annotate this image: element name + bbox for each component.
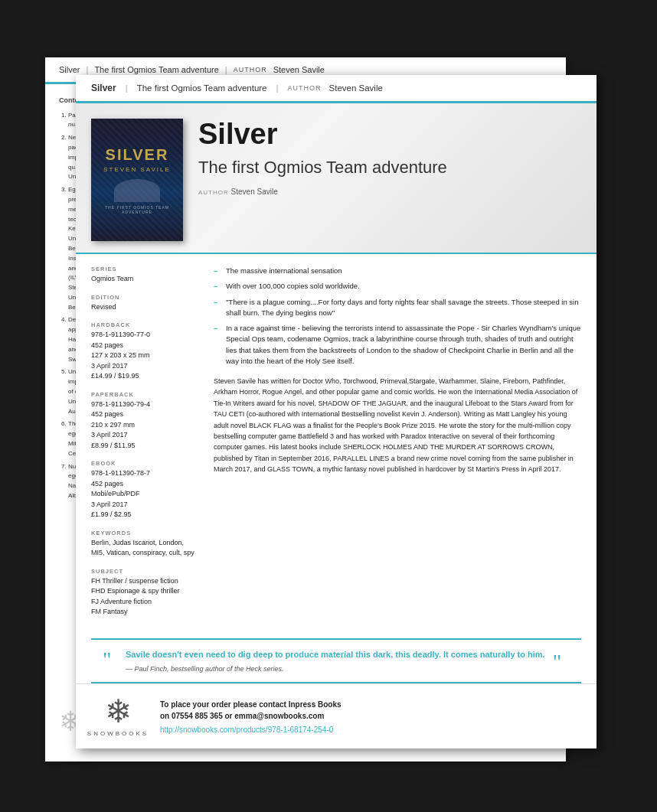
snowbooks-label: SNOWBOOKS xyxy=(87,730,149,737)
hardback-isbn: 978-1-911390-77-0 xyxy=(91,330,198,341)
footer-contact: To place your order please contact Inpre… xyxy=(160,699,581,722)
bullet-dash-1: – xyxy=(214,266,221,276)
ebook-price: £1.99 / $2.95 xyxy=(91,510,198,520)
cover-subtitle: THE FIRST OGMIOS TEAM ADVENTURE xyxy=(91,205,183,214)
bullet-dash-2: – xyxy=(214,281,221,292)
paperback-date: 3 April 2017 xyxy=(91,430,198,441)
cover-title: SILVER xyxy=(106,146,169,163)
main-content: Series Ogmios Team Edition Revised Hardb… xyxy=(76,254,597,638)
subject-section: Subject FH Thriller / suspense fiction F… xyxy=(91,568,198,618)
header-author-label: Author xyxy=(288,84,322,92)
hardback-price: £14.99 / $19.95 xyxy=(91,371,198,382)
back-header-title: Silver xyxy=(59,65,80,74)
quote-mark-right: " xyxy=(553,651,568,673)
edition-section: Edition Revised xyxy=(91,294,198,313)
paperback-section: Paperback 978-1-911390-79-4 452 pages 21… xyxy=(91,391,198,452)
back-header-pipe1: | xyxy=(87,65,89,74)
page-wrapper: Silver | The first Ogmios Team adventure… xyxy=(53,64,604,748)
cover-dome xyxy=(114,179,160,202)
series-value: Ogmios Team xyxy=(91,274,198,285)
footer-url[interactable]: http://snowbooks.com/products/978-1-6817… xyxy=(160,726,581,734)
hero-author-name: Steven Savile xyxy=(231,188,278,196)
bullet-item-4: – In a race against time - believing the… xyxy=(214,323,581,367)
keywords-section: Keywords Berlin, Judas Iscariot, London,… xyxy=(91,530,198,559)
back-header-subtitle: The first Ogmios Team adventure xyxy=(94,65,218,74)
paperback-pages: 452 pages xyxy=(91,409,198,420)
hardback-label: Hardback xyxy=(91,321,198,328)
ebook-isbn: 978-1-911390-78-7 xyxy=(91,468,198,479)
quote-mark-left: " xyxy=(103,649,118,670)
subject-value-3: FJ Adventure fiction xyxy=(91,597,198,608)
bullet-item-2: – With over 100,000 copies sold worldwid… xyxy=(214,281,581,292)
header-title: Silver xyxy=(91,83,116,93)
quote-attribution: — Paul Finch, bestselling author of the … xyxy=(126,665,545,673)
book-cover: SILVER STEVEN SAVILE THE FIRST OGMIOS TE… xyxy=(91,119,183,241)
paperback-size: 210 x 297 mm xyxy=(91,420,198,431)
bullet-item-3: – "There is a plague coming....For forty… xyxy=(214,297,581,319)
book-subtitle: The first Ogmios Team adventure xyxy=(198,157,581,179)
back-header-pipe2: | xyxy=(225,65,227,74)
header-subtitle: The first Ogmios Team adventure xyxy=(137,83,267,93)
bullet-text-2: With over 100,000 copies sold worldwide. xyxy=(226,281,360,292)
hardback-section: Hardback 978-1-911390-77-0 452 pages 127… xyxy=(91,321,198,382)
paperback-isbn: 978-1-911390-79-4 xyxy=(91,399,198,410)
bullet-text-3: "There is a plague coming....For forty d… xyxy=(226,297,581,319)
body-text: Steven Savile has written for Doctor Who… xyxy=(214,376,581,475)
front-page: Silver | The first Ogmios Team adventure… xyxy=(76,75,597,748)
header-pipe1: | xyxy=(126,83,128,93)
bullet-dash-3: – xyxy=(214,297,221,319)
subject-value-2: FHD Espionage & spy thriller xyxy=(91,586,198,597)
footer-contact-line1: To place your order please contact Inpre… xyxy=(160,700,342,709)
ebook-label: Ebook xyxy=(91,460,198,467)
subject-value-4: FM Fantasy xyxy=(91,607,198,618)
bullet-text-4: In a race against time - believing the t… xyxy=(226,323,581,367)
subject-label: Subject xyxy=(91,568,198,575)
quote-content: Savile doesn't even need to dig deep to … xyxy=(126,649,545,673)
keywords-value: Berlin, Judas Iscariot, London, MI5, Vat… xyxy=(91,538,198,559)
ebook-date: 3 April 2017 xyxy=(91,500,198,510)
series-label: Series xyxy=(91,266,198,272)
hardback-size: 127 x 203 x 25 mm xyxy=(91,351,198,361)
paperback-label: Paperback xyxy=(91,391,198,398)
edition-value: Revised xyxy=(91,302,198,313)
left-column: Series Ogmios Team Edition Revised Hardb… xyxy=(91,266,198,627)
back-header-author-label: Author xyxy=(234,66,267,73)
series-section: Series Ogmios Team xyxy=(91,266,198,285)
hero-author-label: Author xyxy=(198,189,229,196)
edition-label: Edition xyxy=(91,294,198,301)
bullet-text-1: The massive international sensation xyxy=(226,266,342,276)
bullet-list: – The massive international sensation – … xyxy=(214,266,581,367)
bullet-dash-4: – xyxy=(214,323,221,367)
header-author: Steven Savile xyxy=(329,83,383,93)
hero-section: SILVER STEVEN SAVILE THE FIRST OGMIOS TE… xyxy=(76,103,597,254)
quote-section: " Savile doesn't even need to dig deep t… xyxy=(91,638,581,683)
footer-text: To place your order please contact Inpre… xyxy=(160,699,581,734)
quote-text: Savile doesn't even need to dig deep to … xyxy=(126,649,545,660)
ebook-pages: 452 pages xyxy=(91,479,198,490)
header-pipe2: | xyxy=(276,83,279,93)
subject-value-1: FH Thriller / suspense fiction xyxy=(91,576,198,587)
hero-author-line: Author Steven Savile xyxy=(198,188,581,196)
hero-text: Silver The first Ogmios Team adventure A… xyxy=(198,119,581,196)
bullet-item-1: – The massive international sensation xyxy=(214,266,581,276)
hardback-pages: 452 pages xyxy=(91,341,198,351)
snowflake-icon: ❄ xyxy=(105,696,132,728)
paperback-price: £8.99 / $11.95 xyxy=(91,441,198,452)
right-column: – The massive international sensation – … xyxy=(214,266,581,627)
footer: ❄ SNOWBOOKS To place your order please c… xyxy=(76,683,597,748)
ebook-section: Ebook 978-1-911390-78-7 452 pages Mobi/e… xyxy=(91,460,198,520)
book-title: Silver xyxy=(198,119,581,151)
keywords-label: Keywords xyxy=(91,530,198,536)
footer-contact-line2: on 07554 885 365 or emma@snowbooks.com xyxy=(160,712,324,720)
back-header-author: Steven Savile xyxy=(273,65,325,74)
page-header: Silver | The first Ogmios Team adventure… xyxy=(76,75,597,103)
hardback-date: 3 April 2017 xyxy=(91,361,198,372)
ebook-format: Mobi/ePub/PDF xyxy=(91,489,198,500)
snowflake-logo: ❄ SNOWBOOKS xyxy=(91,696,145,737)
cover-author: STEVEN SAVILE xyxy=(103,166,171,173)
